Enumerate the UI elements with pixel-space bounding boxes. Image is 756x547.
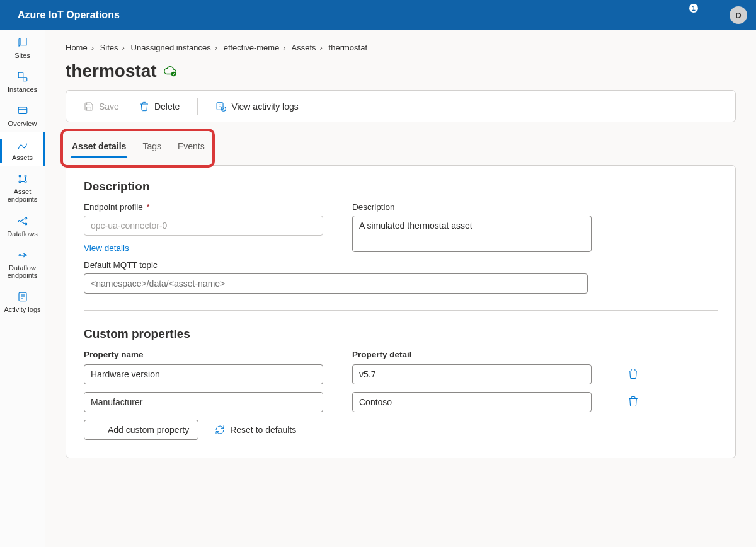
description-label: Description: [352, 202, 592, 212]
endpoint-profile-label: Endpoint profile: [84, 202, 143, 212]
breadcrumb-current: thermostat: [329, 43, 367, 52]
sidebar-item-label: Instances: [8, 86, 37, 93]
feedback-button[interactable]: 1: [675, 0, 701, 30]
map-icon: [16, 37, 30, 49]
help-button[interactable]: [650, 0, 675, 30]
instances-icon: [16, 71, 30, 83]
global-header: Azure IoT Operations 1 D: [0, 0, 756, 30]
sidebar-item-dataflow-endpoints[interactable]: Dataflow endpoints: [0, 243, 45, 284]
notification-badge: 1: [689, 4, 698, 13]
sidebar-item-label: Assets: [12, 154, 33, 161]
svg-point-11: [18, 220, 20, 222]
view-details-link[interactable]: View details: [84, 243, 323, 253]
endpoint-profile-input[interactable]: [84, 216, 323, 236]
svg-rect-21: [217, 103, 224, 110]
property-detail-input[interactable]: [352, 392, 592, 412]
avatar[interactable]: D: [730, 6, 747, 24]
svg-point-8: [25, 175, 26, 177]
divider: [84, 310, 718, 311]
property-name-input[interactable]: [84, 364, 323, 384]
svg-rect-3: [18, 72, 23, 78]
sidebar-item-overview[interactable]: Overview: [0, 98, 45, 132]
svg-point-12: [25, 217, 26, 219]
breadcrumb-item[interactable]: Sites: [100, 43, 118, 52]
sidebar-item-sites[interactable]: Sites: [0, 30, 45, 64]
trash-icon: [627, 368, 639, 379]
save-button[interactable]: Save: [76, 98, 127, 115]
property-row: [84, 392, 718, 412]
reset-label: Reset to defaults: [230, 425, 296, 435]
svg-point-1: [658, 11, 668, 20]
property-row: [84, 364, 718, 384]
properties-name-header: Property name: [84, 350, 323, 359]
properties-detail-header: Property detail: [352, 350, 592, 359]
trash-icon: [627, 396, 639, 407]
separator: [197, 98, 198, 115]
sidebar-item-instances[interactable]: Instances: [0, 64, 45, 98]
mqtt-topic-input[interactable]: [84, 274, 588, 294]
view-activity-logs-button[interactable]: View activity logs: [208, 97, 306, 115]
dataflow-endpoints-icon: [16, 249, 30, 262]
page-title: thermostat: [66, 61, 157, 81]
action-bar: Save Delete View activity logs: [66, 90, 736, 122]
sidebar: Sites Instances Overview Assets Asset en…: [0, 30, 45, 547]
sidebar-item-label: Dataflow endpoints: [1, 264, 43, 279]
description-heading: Description: [84, 180, 718, 193]
sidebar-item-asset-endpoints[interactable]: Asset endpoints: [0, 166, 45, 208]
breadcrumb-item[interactable]: Home: [66, 43, 88, 52]
delete-property-button[interactable]: [627, 396, 639, 409]
tab-tags[interactable]: Tags: [141, 137, 163, 158]
svg-point-7: [19, 175, 21, 177]
dataflows-icon: [16, 215, 30, 227]
reset-to-defaults-button[interactable]: Reset to defaults: [209, 420, 302, 440]
delete-button[interactable]: Delete: [132, 98, 187, 115]
svg-rect-4: [23, 78, 26, 81]
settings-button[interactable]: [625, 0, 650, 30]
sidebar-item-dataflows[interactable]: Dataflows: [0, 209, 45, 243]
trash-icon: [139, 101, 149, 112]
assets-icon: [16, 139, 30, 151]
asset-endpoints-icon: [16, 173, 30, 185]
required-indicator: *: [147, 202, 150, 212]
app-title: Azure IoT Operations: [18, 9, 120, 21]
sidebar-item-assets[interactable]: Assets: [0, 132, 45, 166]
help-icon: [657, 9, 668, 21]
sidebar-item-label: Activity logs: [4, 306, 40, 313]
tab-events[interactable]: Events: [176, 137, 206, 158]
description-textarea[interactable]: [352, 216, 592, 252]
custom-properties-heading: Custom properties: [84, 327, 718, 341]
breadcrumb: Home› Sites› Unassigned instances› effec…: [66, 43, 736, 52]
breadcrumb-item[interactable]: effective-meme: [224, 43, 280, 52]
logs-icon: [215, 101, 226, 112]
view-logs-label: View activity logs: [231, 101, 298, 112]
property-detail-input[interactable]: [352, 364, 592, 384]
svg-point-13: [25, 223, 26, 225]
plus-icon: [93, 425, 103, 435]
delete-label: Delete: [154, 101, 180, 112]
property-name-input[interactable]: [84, 392, 323, 412]
svg-rect-5: [18, 107, 27, 114]
breadcrumb-item[interactable]: Assets: [292, 43, 316, 52]
cloud-sync-icon: [163, 64, 177, 79]
delete-property-button[interactable]: [627, 368, 639, 381]
svg-point-14: [19, 254, 21, 256]
tabs: Asset details Tags Events: [71, 137, 731, 158]
bell-icon: [707, 9, 719, 21]
add-custom-property-button[interactable]: Add custom property: [84, 420, 198, 440]
overview-icon: [16, 105, 30, 117]
gear-icon: [632, 9, 643, 21]
sidebar-item-activity-logs[interactable]: Activity logs: [0, 284, 45, 318]
sidebar-item-label: Sites: [14, 52, 30, 59]
sidebar-item-label: Dataflows: [7, 230, 37, 238]
save-label: Save: [99, 101, 119, 112]
sidebar-item-label: Asset endpoints: [1, 188, 43, 203]
main-content: Home› Sites› Unassigned instances› effec…: [45, 30, 756, 547]
tab-asset-details[interactable]: Asset details: [71, 137, 127, 158]
svg-point-0: [636, 14, 639, 17]
notifications-button[interactable]: [701, 0, 726, 30]
breadcrumb-item[interactable]: Unassigned instances: [131, 43, 211, 52]
sidebar-item-label: Overview: [8, 120, 37, 127]
details-card: Description Endpoint profile * View deta…: [66, 165, 736, 458]
activity-logs-icon: [16, 291, 30, 303]
svg-point-9: [19, 181, 21, 183]
